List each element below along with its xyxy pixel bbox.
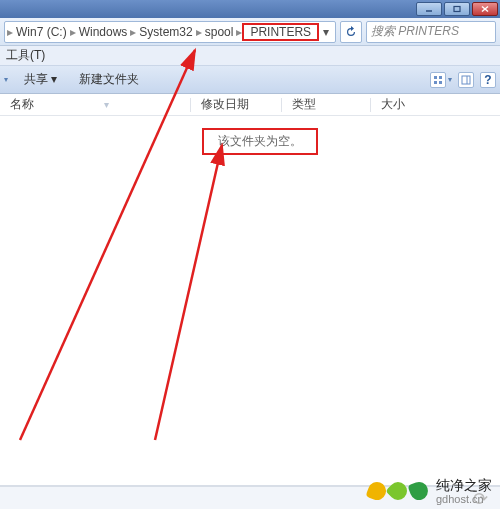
sort-indicator-icon: ▾ (104, 99, 109, 110)
command-bar: ▾ 共享 ▾ 新建文件夹 ▾ ? (0, 66, 500, 94)
breadcrumb-seg-win7[interactable]: Win7 (C:) (13, 25, 70, 39)
breadcrumb-seg-spool[interactable]: spool (202, 25, 237, 39)
file-list-area: 该文件夹为空。 (0, 116, 500, 486)
close-button[interactable] (472, 2, 498, 16)
address-bar-row: ▸ Win7 (C:) ▸ Windows ▸ System32 ▸ spool… (0, 18, 500, 46)
column-date[interactable]: 修改日期 (191, 96, 281, 113)
menu-tools[interactable]: 工具(T) (6, 47, 45, 64)
maximize-button[interactable] (444, 2, 470, 16)
empty-folder-label: 该文件夹为空。 (202, 128, 318, 155)
view-mode-button[interactable]: ▾ (430, 72, 452, 88)
breadcrumb[interactable]: ▸ Win7 (C:) ▸ Windows ▸ System32 ▸ spool… (4, 21, 336, 43)
svg-rect-4 (434, 76, 437, 79)
organize-dropdown-icon[interactable]: ▾ (4, 75, 8, 84)
breadcrumb-seg-windows[interactable]: Windows (76, 25, 131, 39)
title-bar (0, 0, 500, 18)
breadcrumb-seg-system32[interactable]: System32 (136, 25, 195, 39)
help-button[interactable]: ? (480, 72, 496, 88)
explorer-window: ▸ Win7 (C:) ▸ Windows ▸ System32 ▸ spool… (0, 0, 500, 509)
svg-rect-8 (462, 76, 470, 84)
share-button[interactable]: 共享 ▾ (18, 69, 63, 90)
new-folder-button[interactable]: 新建文件夹 (73, 69, 145, 90)
breadcrumb-seg-printers[interactable]: PRINTERS (242, 23, 319, 41)
watermark-logo-icon (368, 482, 428, 500)
breadcrumb-dropdown-icon[interactable]: ▾ (319, 25, 333, 39)
refresh-button[interactable] (340, 21, 362, 43)
column-name[interactable]: 名称 (0, 96, 190, 113)
search-input[interactable]: 搜索 PRINTERS (366, 21, 496, 43)
column-type[interactable]: 类型 (282, 96, 370, 113)
column-headers: 名称 ▾ 修改日期 类型 大小 (0, 94, 500, 116)
watermark-url: gdhost.cn (436, 493, 492, 505)
svg-rect-7 (439, 81, 442, 84)
svg-rect-6 (434, 81, 437, 84)
column-size[interactable]: 大小 (371, 96, 441, 113)
minimize-button[interactable] (416, 2, 442, 16)
watermark-brand: 纯净之家 (436, 478, 492, 493)
menu-bar: 工具(T) (0, 46, 500, 66)
preview-pane-button[interactable] (458, 72, 474, 88)
search-placeholder: 搜索 PRINTERS (371, 23, 459, 40)
watermark: 纯净之家 gdhost.cn (368, 478, 492, 505)
svg-rect-1 (454, 7, 460, 12)
svg-rect-5 (439, 76, 442, 79)
